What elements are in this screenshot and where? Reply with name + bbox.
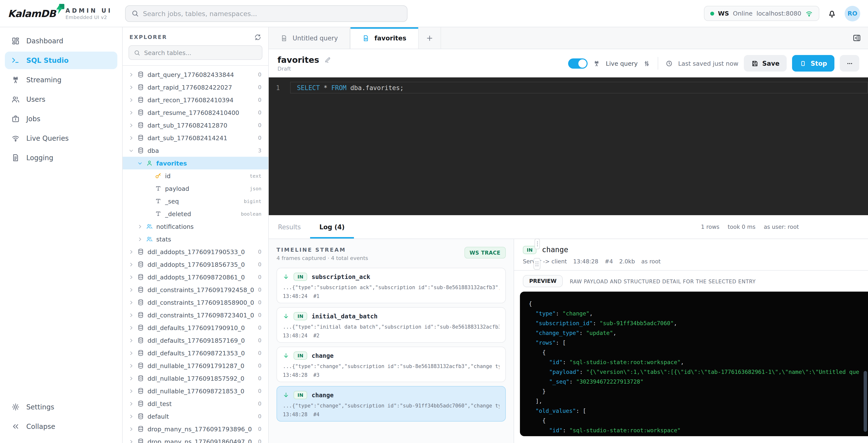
- chevron-right-icon[interactable]: [128, 72, 134, 77]
- table-search-input[interactable]: [144, 49, 257, 56]
- sidebar-item-logging[interactable]: Logging: [5, 149, 117, 166]
- tree-row-dba[interactable]: dba3: [123, 144, 268, 157]
- sidebar-item-users[interactable]: Users: [5, 91, 117, 108]
- chevron-right-icon[interactable]: [128, 274, 134, 280]
- tree-row-favorites[interactable]: favorites: [123, 157, 268, 169]
- tree-row-ddl_addopts_1776098720861_0[interactable]: ddl_addopts_1776098720861_00: [123, 271, 268, 283]
- sidebar-item-settings[interactable]: Settings: [5, 398, 117, 416]
- tree-row-ddl_test[interactable]: ddl_test0: [123, 397, 268, 410]
- sql-editor[interactable]: 1 SELECT * FROM dba.favorites;: [269, 77, 868, 215]
- chevron-right-icon[interactable]: [128, 85, 134, 90]
- terminal-scrollbar[interactable]: [864, 371, 867, 432]
- tree-row-ddl_defaults_1776091790910_0[interactable]: ddl_defaults_1776091790910_00: [123, 321, 268, 334]
- chevron-down-icon[interactable]: [137, 160, 143, 166]
- chevron-right-icon[interactable]: [128, 426, 134, 432]
- tab-log[interactable]: Log (4): [310, 215, 354, 239]
- stop-button[interactable]: Stop: [792, 55, 834, 71]
- chevron-right-icon[interactable]: [128, 363, 134, 368]
- sidebar-item-dashboard[interactable]: Dashboard: [5, 32, 117, 50]
- chevron-right-icon[interactable]: [128, 110, 134, 115]
- event-card-4[interactable]: INchange...{"type":"change","subscriptio…: [277, 386, 506, 421]
- tree-row-notifications[interactable]: notifications: [123, 220, 268, 233]
- tree-row-_deleted[interactable]: _deletedboolean: [123, 208, 268, 220]
- tree-row-default[interactable]: default0: [123, 410, 268, 422]
- tree-row-dart_sub_1776082412870[interactable]: dart_sub_17760824128700: [123, 119, 268, 131]
- tree-row-payload[interactable]: payloadjson: [123, 182, 268, 195]
- save-button[interactable]: Save: [744, 55, 787, 71]
- tab-results[interactable]: Results: [269, 215, 310, 239]
- save-icon: [751, 60, 758, 67]
- chevron-right-icon[interactable]: [128, 312, 134, 318]
- tree-row-ddl_defaults_1776091857169_0[interactable]: ddl_defaults_1776091857169_00: [123, 334, 268, 347]
- global-search[interactable]: [125, 5, 407, 22]
- chevron-right-icon[interactable]: [128, 338, 134, 343]
- chevron-right-icon[interactable]: [128, 249, 134, 254]
- tree-row-_seq[interactable]: _seqbigint: [123, 195, 268, 208]
- tab-favorites[interactable]: favorites: [350, 27, 418, 49]
- tree-row-id[interactable]: idtext: [123, 169, 268, 182]
- sidebar-item-streaming[interactable]: Streaming: [5, 71, 117, 89]
- payload-terminal[interactable]: {"type": "change","subscription_id": "su…: [520, 292, 868, 436]
- tree-row-ddl_nullable_1776091791287_0[interactable]: ddl_nullable_1776091791287_00: [123, 359, 268, 372]
- payload-line: "_seq": "302394672227913728": [529, 377, 859, 386]
- tree-row-ddl_constraints_1776091858900_0[interactable]: ddl_constraints_1776091858900_00: [123, 296, 268, 309]
- pane-resize-handle[interactable]: [534, 239, 540, 249]
- more-actions-button[interactable]: [840, 55, 859, 71]
- notifications-bell-icon[interactable]: [827, 8, 837, 18]
- ws-status-pill[interactable]: WS Online localhost:8080: [704, 6, 819, 21]
- tree-row-dart_recon_1776082410394[interactable]: dart_recon_17760824103940: [123, 93, 268, 106]
- event-card-1[interactable]: INsubscription_ack...{"type":"subscripti…: [277, 268, 506, 303]
- tree-row-dart_sub_1776082414241[interactable]: dart_sub_17760824142410: [123, 131, 268, 144]
- sidebar-item-jobs[interactable]: Jobs: [5, 110, 117, 128]
- tree-row-ddl_addopts_1776091790533_0[interactable]: ddl_addopts_1776091790533_00: [123, 245, 268, 258]
- user-avatar[interactable]: RO: [845, 6, 860, 21]
- chevron-right-icon[interactable]: [128, 325, 134, 330]
- tree-row-stats[interactable]: stats: [123, 233, 268, 245]
- global-search-input[interactable]: [143, 9, 401, 17]
- tree-row-drop_many_ns_1776091860497_0[interactable]: drop_many_ns_1776091860497_00: [123, 435, 268, 443]
- chevron-right-icon[interactable]: [128, 401, 134, 406]
- sidebar-item-collapse[interactable]: Collapse: [5, 418, 117, 435]
- query-options-icon[interactable]: [643, 60, 650, 67]
- tab-untitled-query[interactable]: Untitled query: [269, 27, 350, 49]
- chevron-right-icon[interactable]: [128, 376, 134, 381]
- edit-title-icon[interactable]: [324, 56, 331, 63]
- pane-resize-handle[interactable]: [533, 258, 540, 270]
- chevron-right-icon[interactable]: [137, 224, 143, 229]
- tree-row-ddl_nullable_1776091857592_0[interactable]: ddl_nullable_1776091857592_00: [123, 372, 268, 385]
- tree-row-dart_rapid_1776082422027[interactable]: dart_rapid_17760824220270: [123, 81, 268, 93]
- tree-row-dart_query_1776082433844[interactable]: dart_query_17760824338440: [123, 68, 268, 81]
- chevron-down-icon[interactable]: [128, 148, 134, 153]
- chevron-right-icon[interactable]: [128, 350, 134, 356]
- tree-row-ddl_nullable_1776098721853_0[interactable]: ddl_nullable_1776098721853_00: [123, 385, 268, 397]
- chevron-right-icon[interactable]: [128, 388, 134, 393]
- tree-row-ddl_defaults_1776098721353_0[interactable]: ddl_defaults_1776098721353_00: [123, 347, 268, 359]
- sidebar-item-live-queries[interactable]: Live Queries: [5, 129, 117, 147]
- chevron-right-icon[interactable]: [128, 287, 134, 292]
- sidebar-item-sql-studio[interactable]: SQL Studio: [5, 52, 117, 69]
- chevron-right-icon[interactable]: [137, 236, 143, 242]
- tree-row-ddl_constraints_1776098723401_0[interactable]: ddl_constraints_1776098723401_00: [123, 309, 268, 321]
- chevron-right-icon[interactable]: [128, 439, 134, 443]
- live-query-toggle[interactable]: [568, 58, 588, 68]
- chevron-right-icon[interactable]: [128, 299, 134, 305]
- tree-item-label: ddl_nullable_1776098721853_0: [148, 387, 244, 394]
- tree-row-drop_many_ns_1776091793896_0[interactable]: drop_many_ns_1776091793896_00: [123, 422, 268, 435]
- tree-row-ddl_constraints_1776091792458_0[interactable]: ddl_constraints_1776091792458_00: [123, 283, 268, 296]
- tree-row-ddl_addopts_1776091856735_0[interactable]: ddl_addopts_1776091856735_00: [123, 258, 268, 271]
- chevron-right-icon[interactable]: [128, 122, 134, 128]
- chevron-right-icon[interactable]: [128, 135, 134, 140]
- collapse-panel-icon[interactable]: [852, 34, 861, 42]
- table-search[interactable]: [128, 45, 262, 60]
- new-tab-button[interactable]: [418, 27, 441, 49]
- event-card-3[interactable]: INchange...{"type":"change","subscriptio…: [277, 347, 506, 382]
- query-tab-bar: Untitled query favorites: [269, 27, 868, 49]
- preview-chip[interactable]: PREVIEW: [523, 275, 563, 287]
- chevron-right-icon[interactable]: [128, 97, 134, 102]
- sql-code-line[interactable]: SELECT * FROM dba.favorites;: [290, 82, 868, 93]
- tree-row-dart_resume_1776082410400[interactable]: dart_resume_17760824104000: [123, 106, 268, 119]
- refresh-icon[interactable]: [254, 34, 261, 41]
- event-card-2[interactable]: INinitial_data_batch...{"type":"initial_…: [277, 307, 506, 343]
- chevron-right-icon[interactable]: [128, 414, 134, 419]
- chevron-right-icon[interactable]: [128, 262, 134, 267]
